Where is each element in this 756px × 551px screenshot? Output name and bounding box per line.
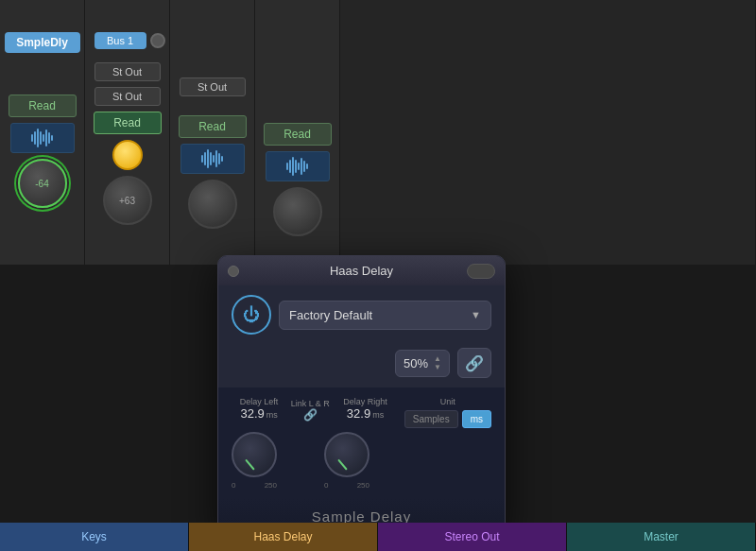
delay-right-unit: ms	[372, 410, 384, 420]
knobs-row: 0 250 0 250	[232, 432, 491, 490]
delay-left-knob[interactable]	[232, 432, 277, 477]
dropdown-arrow-icon: ▼	[471, 309, 481, 320]
empty-mixer-area	[340, 0, 756, 265]
plugin-controls-row1: ⏻ Factory Default ▼	[218, 285, 505, 344]
link-lr-label: Link L & R	[291, 399, 330, 408]
read-btn-4[interactable]: Read	[264, 123, 332, 146]
param-labels-row: Delay Left 32.9 ms Link L & R 🔗 Delay Ri…	[232, 397, 491, 428]
knob-value-2: +63	[119, 196, 135, 206]
unit-toggle-row: Samples ms	[404, 410, 491, 428]
waveform-btn-4[interactable]	[266, 151, 330, 181]
plugin-controls-row2: 50% ▲ ▼ 🔗	[218, 344, 505, 387]
unit-ms-btn[interactable]: ms	[462, 410, 491, 428]
delay-left-unit: ms	[266, 410, 278, 420]
volume-knob-3[interactable]	[188, 180, 237, 229]
delay-left-knob-wrap: 0 250	[232, 432, 277, 490]
volume-knob-4[interactable]	[273, 187, 322, 236]
bottom-tabs: Keys Haas Delay Stereo Out Master	[0, 523, 756, 551]
preset-dropdown[interactable]: Factory Default ▼	[279, 301, 491, 330]
knob-left-scale: 0 250	[232, 481, 277, 490]
volume-knob-1[interactable]: -64	[18, 159, 67, 208]
link-button[interactable]: 🔗	[457, 348, 491, 378]
waveform-btn-3[interactable]	[180, 144, 245, 174]
link-lr-icon[interactable]: 🔗	[303, 408, 318, 422]
mixer-channel-3: St Out Read	[170, 0, 255, 265]
titlebar-dot	[228, 266, 239, 277]
unit-samples-btn[interactable]: Samples	[404, 410, 458, 428]
power-icon: ⏻	[243, 305, 260, 325]
read-btn-3[interactable]: Read	[179, 115, 247, 138]
bus-row: Bus 1	[89, 32, 165, 49]
delay-right-label: Delay Right	[343, 397, 387, 406]
waveform-icon-3	[201, 149, 223, 168]
delay-left-label: Delay Left	[240, 397, 279, 406]
read-btn-smpledly[interactable]: Read	[9, 95, 77, 117]
waveform-btn-1[interactable]	[10, 123, 75, 153]
mixer-channel-4: Read	[255, 0, 340, 265]
yellow-circle-btn[interactable]	[112, 140, 143, 170]
waveform-icon-1	[31, 129, 53, 147]
volume-knob-2[interactable]: +63	[103, 176, 152, 225]
bus-btn[interactable]: Bus 1	[94, 32, 146, 49]
delay-left-value: 32.9	[240, 406, 264, 421]
plugin-params: Delay Left 32.9 ms Link L & R 🔗 Delay Ri…	[218, 387, 505, 499]
stout-btn-2[interactable]: St Out	[94, 87, 161, 106]
channel-name-smpledly[interactable]: SmpleDly	[5, 32, 80, 53]
tab-stereo-out[interactable]: Stereo Out	[378, 523, 567, 551]
delay-right-knob[interactable]	[324, 432, 369, 477]
read-btn-bus1[interactable]: Read	[94, 112, 162, 134]
preset-label: Factory Default	[289, 308, 372, 322]
stout-btn-3[interactable]: St Out	[180, 77, 246, 96]
delay-left-group: Delay Left 32.9 ms	[232, 397, 286, 421]
knob-right-pointer	[337, 459, 348, 471]
plugin-title: Haas Delay	[330, 264, 393, 278]
link-middle-group: Link L & R 🔗	[286, 397, 334, 422]
knob-right-scale: 0 250	[324, 481, 369, 490]
delay-right-value: 32.9	[347, 406, 370, 421]
unit-label: Unit	[440, 397, 455, 406]
percent-stepper[interactable]: ▲ ▼	[434, 355, 441, 371]
plugin-window: Haas Delay ⏻ Factory Default ▼ 50% ▲ ▼ 🔗	[217, 255, 506, 536]
unit-section: Unit Samples ms	[404, 397, 491, 428]
link-icon: 🔗	[465, 354, 484, 372]
waveform-icon-4	[286, 157, 308, 176]
tab-haas-delay[interactable]: Haas Delay	[189, 523, 378, 551]
power-button[interactable]: ⏻	[232, 295, 271, 335]
knob-value-1: -64	[35, 179, 48, 189]
mixer-channel-bus1: Bus 1 St Out St Out Read +63	[85, 0, 170, 265]
delay-right-group: Delay Right 32.9 ms	[334, 397, 397, 421]
knob-left-pointer	[245, 459, 255, 471]
percent-control[interactable]: 50% ▲ ▼	[395, 350, 450, 377]
titlebar-toggle[interactable]	[467, 264, 495, 279]
stout-btn-1[interactable]: St Out	[94, 62, 161, 81]
plugin-titlebar: Haas Delay	[218, 256, 505, 285]
tab-keys[interactable]: Keys	[0, 523, 189, 551]
percent-value: 50%	[404, 356, 428, 370]
mixer-channel-smpledly: SmpleDly Read -64	[0, 0, 85, 265]
bus-knob-small[interactable]	[150, 33, 165, 48]
tab-master[interactable]: Master	[567, 523, 756, 551]
delay-right-knob-wrap: 0 250	[324, 432, 369, 490]
mixer-bg: SmpleDly Read -64 Bus 1 St Out St Out Re…	[0, 0, 756, 265]
